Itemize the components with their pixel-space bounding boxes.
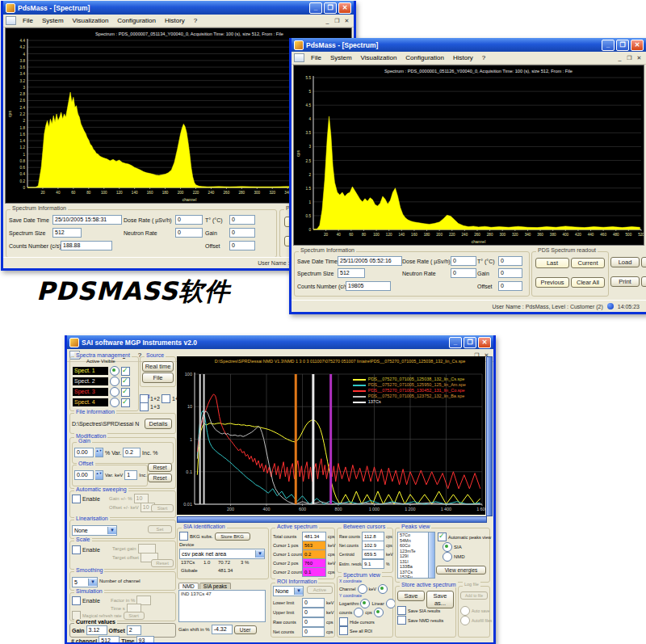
store-bkg-button[interactable]: Store BKG [215, 532, 250, 541]
mdi-minimize-icon[interactable]: _ [323, 18, 332, 23]
spect-3-visible-checkbox[interactable] [121, 388, 130, 397]
chevron-down-icon[interactable]: ▼ [255, 550, 264, 558]
mdi-minimize-icon[interactable]: _ [615, 55, 624, 61]
y-cps-radio[interactable] [374, 608, 384, 617]
user-button[interactable]: User [234, 625, 257, 634]
smoothing-dropdown[interactable]: 5▼ [72, 577, 98, 587]
gain-spinner[interactable]: 0.00 [74, 448, 94, 457]
temp-field[interactable]: 0 [498, 256, 522, 266]
tab-nmd[interactable]: NMD [178, 583, 199, 589]
mdi-close-icon[interactable]: ✕ [635, 55, 644, 61]
simulation-enable-checkbox[interactable] [72, 596, 81, 605]
spect-1-visible-checkbox[interactable] [121, 367, 130, 376]
clear-all-button[interactable]: Clear All [571, 277, 605, 288]
menu-help[interactable]: ? [190, 16, 201, 25]
view-energies-button[interactable]: View energies [436, 566, 486, 575]
menu-history[interactable]: History [449, 53, 477, 62]
roi-lower-field[interactable]: 0 [302, 598, 325, 608]
cursor2-counts-field[interactable]: 0.1 [302, 567, 326, 577]
details-button[interactable]: Details [145, 419, 172, 429]
maximize-button[interactable]: ❐ [464, 337, 476, 348]
neutron-field[interactable]: 0 [451, 268, 476, 278]
auto-peaks-checkbox[interactable] [438, 532, 447, 541]
scale-enable-checkbox[interactable] [72, 545, 81, 554]
mdi-restore-icon[interactable]: ❐ [333, 18, 342, 24]
menu-history[interactable]: History [161, 16, 189, 25]
minimize-button[interactable]: _ [309, 2, 322, 14]
quit-button[interactable]: Quit [641, 276, 646, 287]
dose-field[interactable]: 0 [175, 215, 203, 225]
spect-4-visible-checkbox[interactable] [121, 398, 130, 407]
neutron-field[interactable]: 0 [175, 228, 203, 238]
menu-visualization[interactable]: Visualization [69, 16, 113, 25]
chart-horizontal-scrollbar[interactable] [177, 516, 487, 523]
peaks-sia-radio[interactable] [443, 542, 452, 552]
previous-button[interactable]: Previous [535, 277, 569, 288]
peaks-listbox[interactable]: 57Co54Mn60Co123mTe129I131I133Ba137Cs152E… [397, 532, 430, 579]
menu-visualization[interactable]: Visualization [357, 53, 401, 62]
hide-cursors-checkbox[interactable] [339, 617, 348, 626]
chevron-down-icon[interactable]: ▼ [88, 579, 97, 586]
offset-inc-field[interactable]: 1 [124, 470, 137, 480]
menu-file[interactable]: File [19, 16, 37, 25]
chevron-down-icon[interactable]: ▼ [107, 527, 116, 534]
device-dropdown[interactable]: csv peak net area▼ [179, 549, 265, 559]
multi-spectrum-chart[interactable]: 2004006008001 0001 2001 4001 6000.010.11… [177, 356, 485, 515]
spect-2-visible-checkbox[interactable] [121, 377, 130, 386]
last-button[interactable]: Last [535, 258, 569, 268]
real-time-button[interactable]: Real time [142, 361, 174, 372]
counts-field[interactable]: 19805 [346, 281, 391, 291]
menu-system[interactable]: System [38, 16, 68, 25]
menu-configuration[interactable]: Configuration [401, 53, 448, 62]
size-field[interactable]: 512 [338, 268, 365, 278]
save-button[interactable]: Save [397, 591, 425, 601]
menu-help[interactable]: ? [478, 53, 489, 62]
counts-field[interactable]: 188.88 [61, 241, 112, 250]
menu-system[interactable]: System [326, 53, 356, 62]
save-button[interactable]: Save [641, 257, 646, 267]
size-field[interactable]: 512 [52, 228, 82, 238]
print-button[interactable]: Print [610, 276, 640, 287]
offset-reset-button[interactable]: Reset [148, 474, 172, 482]
nmd-result-list[interactable]: IND 137Cs 47 [178, 590, 266, 622]
chart-vertical-scrollbar[interactable] [486, 356, 493, 516]
dose-field[interactable]: 0 [451, 256, 476, 266]
offset-spinner-arrows-icon[interactable]: ▲▼ [95, 470, 103, 480]
menu-configuration[interactable]: Configuration [113, 16, 160, 25]
gain-field[interactable]: 0 [229, 228, 255, 238]
tab-sia-peaks[interactable]: SIA peaks [199, 583, 231, 589]
maximize-button[interactable]: ❐ [616, 40, 629, 51]
y-linear-radio[interactable] [386, 599, 396, 608]
offset-field[interactable]: 0 [229, 241, 255, 250]
roi-raw-field[interactable]: 0 [302, 617, 325, 627]
peaks-list-scrollbar[interactable] [428, 532, 435, 579]
gain-inc-field[interactable]: 0.2 [123, 448, 141, 457]
maximize-button[interactable]: ❐ [324, 2, 337, 14]
current-button[interactable]: Current [571, 258, 605, 268]
close-button[interactable]: ✕ [631, 40, 644, 51]
close-button[interactable]: ✕ [478, 337, 491, 348]
spectrum-chart-2[interactable]: 2040608010012014016018020022024026028030… [293, 65, 644, 246]
add-1-3-checkbox[interactable] [140, 402, 149, 411]
spect-4-active-radio[interactable] [110, 398, 120, 407]
spect-2-active-radio[interactable] [110, 377, 120, 386]
save-nmd-checkbox[interactable] [397, 616, 406, 625]
gain-spinner-arrows-icon[interactable]: ▲▼ [95, 448, 103, 457]
minimize-button[interactable]: _ [602, 40, 615, 51]
chevron-down-icon[interactable]: ▼ [294, 587, 303, 595]
save-date-field[interactable]: 25/10/2005 15:58:31 [52, 215, 122, 225]
see-all-roi-checkbox[interactable] [339, 626, 348, 635]
save-sia-checkbox[interactable] [397, 606, 406, 615]
gain-shift-field[interactable]: -4.32 [212, 625, 233, 634]
y-counts-radio[interactable] [354, 608, 363, 617]
add-1-4-checkbox[interactable] [162, 394, 170, 403]
x-kev-radio[interactable] [378, 584, 388, 594]
minimize-button[interactable]: _ [449, 337, 462, 348]
mdi-restore-icon[interactable]: ❐ [625, 55, 634, 61]
offset-field[interactable]: 0 [498, 281, 522, 291]
load-button[interactable]: Load [610, 257, 640, 267]
roi-upper-field[interactable]: 0 [302, 608, 325, 617]
file-button[interactable]: File [142, 373, 174, 383]
close-button[interactable]: ✕ [338, 2, 351, 14]
sweeping-enable-checkbox[interactable] [72, 495, 81, 503]
